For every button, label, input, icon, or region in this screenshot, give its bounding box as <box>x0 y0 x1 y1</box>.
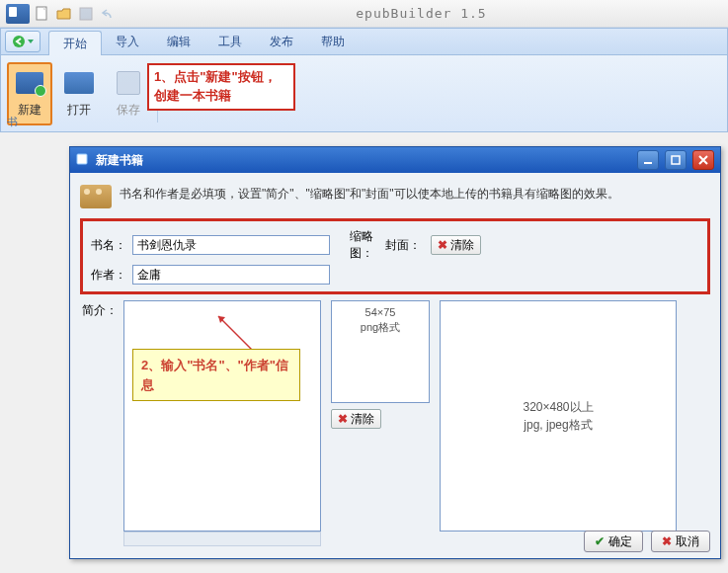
dialog-title-bar[interactable]: 新建书籍 <box>70 147 720 173</box>
callout-2: 2、输入"书名"、"作者"信息 <box>132 349 300 401</box>
dialog-footer: ✔确定 ✖取消 <box>584 531 710 552</box>
package-icon <box>80 185 112 208</box>
tab-tools[interactable]: 工具 <box>204 30 256 54</box>
open-book-icon <box>64 68 94 98</box>
callout-1: 1、点击"新建"按钮，创建一本书籍 <box>147 63 295 111</box>
title-author-box: 书名： 缩略图： 封面： ✖清除 作者： <box>80 218 710 294</box>
dialog-title-text: 新建书籍 <box>96 152 143 169</box>
title-input[interactable] <box>132 235 330 255</box>
app-icon <box>6 4 30 24</box>
chevron-down-icon <box>28 40 34 43</box>
cancel-button[interactable]: ✖取消 <box>651 531 710 552</box>
tab-start[interactable]: 开始 <box>48 31 102 56</box>
save-button-label: 保存 <box>117 102 140 119</box>
thumbnail-box[interactable]: 54×75 png格式 <box>331 300 430 403</box>
new-document-icon[interactable] <box>34 5 51 23</box>
hint-text: 书名和作者是必填项，设置"简介"、"缩略图"和"封面"可以使本地上传的书籍具有缩… <box>120 185 619 203</box>
tab-import[interactable]: 导入 <box>102 30 153 54</box>
dialog-icon <box>76 152 90 169</box>
intro-hscrollbar[interactable] <box>123 532 321 546</box>
svg-rect-5 <box>672 156 680 164</box>
tab-help[interactable]: 帮助 <box>307 30 359 54</box>
svg-point-2 <box>13 36 25 47</box>
close-button[interactable] <box>692 150 714 170</box>
save-icon[interactable] <box>77 5 95 23</box>
new-book-dialog: 新建书籍 书名和作者是必填项，设置"简介"、"缩略图"和"封面"可以使本地上传的… <box>69 146 721 559</box>
ribbon-toolbar: 新建 打开 保存 书 1、点击"新建"按钮，创建一本书籍 <box>0 55 728 132</box>
cover-format-text: jpg, jpeg格式 <box>523 416 593 434</box>
clear-cover-button[interactable]: ✖清除 <box>431 235 481 255</box>
title-label: 书名： <box>89 237 126 254</box>
svg-rect-4 <box>644 162 652 164</box>
cover-label: 封面： <box>383 237 421 254</box>
cover-size-text: 320×480以上 <box>523 398 593 416</box>
svg-rect-1 <box>80 8 92 20</box>
check-icon: ✔ <box>595 534 605 548</box>
minimize-button[interactable] <box>637 150 659 170</box>
author-label: 作者： <box>89 267 126 284</box>
x-icon: ✖ <box>338 412 348 426</box>
thumb-format-text: png格式 <box>361 320 400 335</box>
thumb-size-text: 54×75 <box>365 305 396 320</box>
new-button-label: 新建 <box>18 102 41 119</box>
new-book-icon <box>15 68 44 98</box>
maximize-button[interactable] <box>665 150 687 170</box>
lower-row: 简介： 2、输入"书名"、"作者"信息 54×75 png格式 ✖清除 <box>80 300 710 532</box>
undo-icon[interactable] <box>99 5 117 23</box>
x-icon: ✖ <box>438 238 447 252</box>
back-arrow-icon <box>12 35 26 48</box>
ribbon-group-label: 书 <box>7 115 18 129</box>
app-title-bar: epubBuilder 1.5 <box>0 0 728 28</box>
dialog-body: 书名和作者是必填项，设置"简介"、"缩略图"和"封面"可以使本地上传的书籍具有缩… <box>70 173 720 539</box>
cover-box[interactable]: 320×480以上 jpg, jpeg格式 <box>440 300 677 532</box>
svg-rect-3 <box>77 154 87 164</box>
tab-edit[interactable]: 编辑 <box>153 30 204 54</box>
thumb-column: 54×75 png格式 ✖清除 <box>331 300 430 532</box>
open-button[interactable]: 打开 <box>56 62 102 125</box>
open-button-label: 打开 <box>67 102 91 119</box>
save-button[interactable]: 保存 <box>106 62 151 125</box>
history-dropdown[interactable] <box>5 31 40 52</box>
tab-publish[interactable]: 发布 <box>256 30 307 54</box>
hint-row: 书名和作者是必填项，设置"简介"、"缩略图"和"封面"可以使本地上传的书籍具有缩… <box>80 181 710 218</box>
app-title-text: epubBuilder 1.5 <box>121 6 722 21</box>
thumb-label: 缩略图： <box>336 228 373 262</box>
menu-strip: 开始 导入 编辑 工具 发布 帮助 <box>0 28 728 55</box>
clear-thumb-button[interactable]: ✖清除 <box>331 409 381 429</box>
floppy-icon <box>114 68 143 98</box>
ok-button[interactable]: ✔确定 <box>584 531 643 552</box>
cancel-icon: ✖ <box>662 534 672 548</box>
intro-label: 简介： <box>80 300 118 532</box>
author-input[interactable] <box>132 265 330 285</box>
intro-textarea[interactable]: 2、输入"书名"、"作者"信息 <box>123 300 321 532</box>
folder-open-icon[interactable] <box>55 5 73 23</box>
